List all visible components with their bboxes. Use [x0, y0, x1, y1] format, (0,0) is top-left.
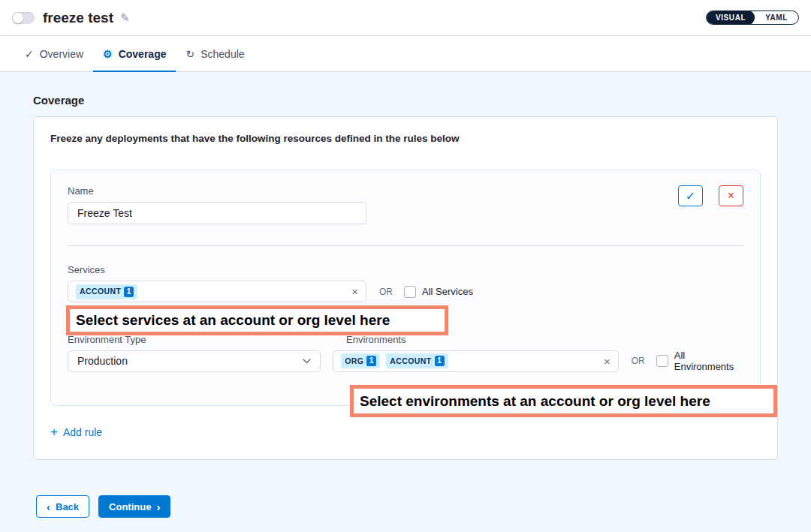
check-icon: ✓: [25, 49, 34, 59]
tag-label: ACCOUNT: [390, 357, 431, 365]
app-window: freeze test ✎ VISUAL YAML ✓ Overview ⚙ C…: [0, 0, 811, 532]
services-annotation-callout: Select services at an account or org lev…: [66, 305, 448, 335]
confirm-icon: ✓: [686, 189, 695, 203]
freeze-title: freeze test: [43, 10, 113, 26]
confirm-rule-button[interactable]: ✓: [678, 185, 703, 206]
divider: [68, 245, 743, 246]
environment-type-label: Environment Type: [68, 334, 346, 345]
continue-button-label: Continue: [109, 501, 151, 512]
tag-label: ACCOUNT: [80, 287, 121, 296]
all-services-label: All Services: [422, 286, 473, 297]
card-description: Freeze any deployments that have the fol…: [50, 133, 761, 145]
visual-yaml-toggle[interactable]: VISUAL YAML: [706, 11, 799, 25]
tag-count-badge: 1: [124, 287, 134, 297]
toggle-knob: [13, 13, 23, 23]
tab-overview[interactable]: ✓ Overview: [15, 36, 93, 71]
cancel-icon: ×: [728, 189, 734, 203]
freeze-enable-toggle[interactable]: [12, 12, 35, 24]
services-account-tag[interactable]: ACCOUNT 1: [76, 284, 137, 299]
rule-actions: ✓ ×: [678, 185, 743, 206]
clear-environments-icon[interactable]: ×: [604, 356, 611, 367]
cancel-rule-button[interactable]: ×: [719, 185, 743, 206]
environments-label: Environments: [346, 334, 406, 345]
clear-services-icon[interactable]: ×: [351, 286, 358, 297]
tab-coverage-label: Coverage: [119, 48, 167, 60]
tag-count-badge: 1: [435, 356, 445, 366]
chevron-left-icon: ‹: [47, 501, 50, 512]
services-or-label: OR: [379, 287, 393, 297]
environment-type-select[interactable]: Production: [68, 350, 321, 372]
tab-schedule[interactable]: ↻ Schedule: [176, 36, 254, 71]
env-fields-row: Production ORG 1 ACCOUNT 1 ×: [68, 350, 743, 372]
environments-or-label: OR: [632, 356, 645, 366]
tag-label: ORG: [345, 357, 363, 365]
coverage-section-title: Coverage: [33, 72, 778, 107]
back-button-label: Back: [56, 501, 79, 512]
tag-count-badge: 1: [366, 356, 376, 366]
environments-org-tag[interactable]: ORG 1: [341, 353, 380, 368]
services-row: ACCOUNT 1 × OR All Services: [68, 281, 743, 302]
tab-bar: ✓ Overview ⚙ Coverage ↻ Schedule: [0, 36, 811, 72]
environment-type-value: Production: [77, 355, 128, 367]
all-environments-checkbox[interactable]: [656, 355, 668, 367]
yaml-toggle-option[interactable]: YAML: [755, 14, 798, 22]
tab-coverage[interactable]: ⚙ Coverage: [93, 36, 176, 71]
top-header: freeze test ✎ VISUAL YAML: [0, 0, 811, 36]
name-label: Name: [68, 185, 743, 197]
plus-icon: +: [50, 425, 58, 438]
continue-button[interactable]: Continue ›: [98, 495, 170, 518]
schedule-icon: ↻: [185, 49, 194, 59]
add-rule-label: Add rule: [63, 426, 102, 438]
tab-overview-label: Overview: [40, 48, 83, 60]
visual-toggle-option[interactable]: VISUAL: [707, 11, 755, 25]
gear-icon: ⚙: [103, 49, 113, 59]
environments-input[interactable]: ORG 1 ACCOUNT 1 ×: [333, 350, 619, 372]
env-labels-row: Environment Type Environments: [68, 334, 743, 345]
tab-schedule-label: Schedule: [200, 48, 244, 60]
main-content: Coverage Freeze any deployments that hav…: [0, 72, 811, 532]
environments-annotation-callout: Select environments at an account or org…: [350, 385, 777, 417]
chevron-down-icon: [303, 359, 311, 364]
chevron-right-icon: ›: [156, 501, 160, 512]
footer-actions: ‹ Back Continue ›: [33, 495, 778, 518]
all-services-checkbox[interactable]: [404, 286, 416, 298]
add-rule-button[interactable]: + Add rule: [50, 425, 102, 438]
services-input[interactable]: ACCOUNT 1 ×: [68, 281, 366, 302]
environments-account-tag[interactable]: ACCOUNT 1: [386, 353, 448, 368]
edit-title-icon[interactable]: ✎: [120, 11, 130, 25]
services-label: Services: [68, 264, 743, 275]
freeze-rule-panel: ✓ × Name Services ACCOUNT 1 ×: [50, 170, 761, 406]
all-environments-label: All Environments: [674, 350, 743, 372]
rule-name-input[interactable]: [68, 202, 366, 224]
back-button[interactable]: ‹ Back: [36, 495, 89, 518]
